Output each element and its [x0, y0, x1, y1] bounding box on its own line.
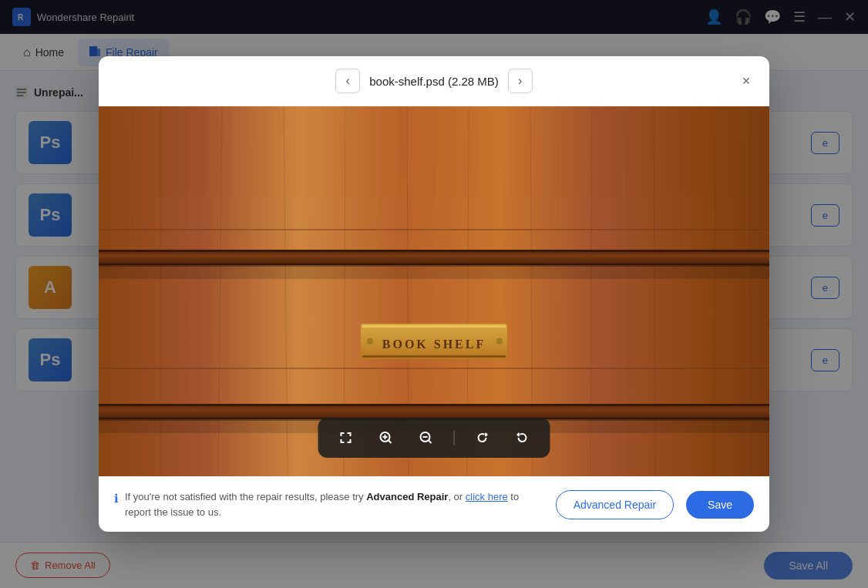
modal-close-button[interactable]: ×: [735, 70, 757, 92]
footer-info-text: If you're not satisfied with the repair …: [125, 489, 543, 519]
preview-modal: ‹ book-shelf.psd (2.28 MB) › ×: [99, 56, 769, 532]
modal-image-area: BOOK SHELF: [99, 106, 769, 476]
zoom-out-button[interactable]: [414, 425, 439, 450]
info-icon: ℹ: [114, 490, 119, 508]
svg-text:BOOK SHELF: BOOK SHELF: [382, 338, 486, 351]
next-file-button[interactable]: ›: [508, 69, 533, 93]
chevron-right-icon: ›: [518, 74, 522, 88]
rotate-ccw-button[interactable]: [510, 425, 535, 450]
modal-header: ‹ book-shelf.psd (2.28 MB) › ×: [99, 56, 769, 106]
svg-point-38: [367, 338, 373, 344]
expand-button[interactable]: [334, 425, 358, 450]
svg-point-39: [496, 338, 503, 344]
footer-click-here-link[interactable]: click here: [466, 491, 508, 502]
toolbar-divider: [454, 430, 455, 445]
modal-file-title: book-shelf.psd (2.28 MB): [369, 75, 499, 88]
svg-rect-44: [99, 264, 769, 279]
svg-rect-36: [362, 325, 506, 328]
zoom-in-button[interactable]: [374, 425, 399, 450]
image-toolbar: [318, 418, 550, 458]
footer-info: ℹ If you're not satisfied with the repai…: [114, 489, 543, 519]
chevron-left-icon: ‹: [346, 74, 350, 88]
svg-rect-32: [99, 251, 769, 265]
save-button[interactable]: Save: [686, 491, 754, 519]
svg-rect-37: [362, 355, 506, 358]
svg-rect-42: [99, 404, 769, 406]
advanced-repair-button[interactable]: Advanced Repair: [556, 490, 674, 519]
rotate-cw-button[interactable]: [470, 425, 495, 450]
svg-rect-33: [99, 250, 769, 252]
close-icon: ×: [742, 73, 751, 89]
svg-line-52: [429, 441, 432, 444]
footer-bold-text: Advanced Repair: [366, 491, 448, 502]
svg-line-49: [389, 441, 392, 444]
footer-text-prefix: If you're not satisfied with the repair …: [125, 491, 366, 502]
footer-text-mid: , or: [448, 491, 465, 502]
app-window: R Wondershare Repairit 👤 🎧 💬 ☰ — ✕ ⌂ Hom…: [0, 0, 868, 588]
modal-footer: ℹ If you're not satisfied with the repai…: [99, 476, 769, 532]
modal-overlay: ‹ book-shelf.psd (2.28 MB) › ×: [0, 0, 868, 588]
prev-file-button[interactable]: ‹: [335, 69, 360, 93]
